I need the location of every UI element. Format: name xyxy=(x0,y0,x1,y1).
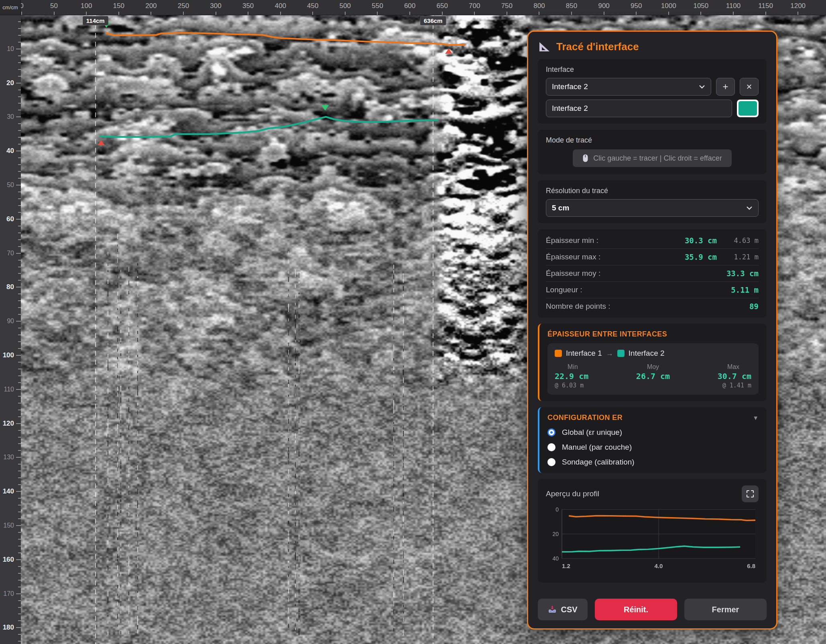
left-ruler-label: 140 xyxy=(3,487,14,495)
fullscreen-icon xyxy=(746,490,754,498)
top-ruler-tick xyxy=(798,12,798,15)
remove-interface-button[interactable]: × xyxy=(740,78,759,96)
stat-value: 30.3 cm xyxy=(685,236,717,245)
resolution-select[interactable]: 5 cm xyxy=(546,199,759,217)
radio-manuel[interactable]: Manuel (par couche) xyxy=(547,443,759,452)
close-button[interactable]: Fermer xyxy=(684,599,767,620)
interface2-legend-swatch xyxy=(617,350,625,357)
left-ruler-tick xyxy=(18,273,21,274)
min-header: Min xyxy=(568,363,578,371)
cursor-badge: 636cm xyxy=(420,16,446,25)
left-ruler-tick xyxy=(18,96,21,97)
left-ruler-tick xyxy=(18,546,21,546)
stat-secondary: 1.21 m xyxy=(717,253,759,261)
left-ruler-label: 180 xyxy=(3,624,14,632)
radio-button[interactable] xyxy=(547,458,555,466)
left-ruler-tick xyxy=(18,137,21,138)
profile-preview-chart: 020401.24.06.8 xyxy=(546,505,759,576)
left-ruler-tick xyxy=(18,55,21,56)
top-ruler-tick xyxy=(668,12,669,15)
left-ruler-tick xyxy=(16,151,21,151)
radio-button[interactable] xyxy=(547,443,555,451)
interface-name-input[interactable] xyxy=(546,100,732,117)
left-ruler-tick xyxy=(18,641,21,642)
left-ruler-tick xyxy=(18,90,21,90)
preview-label: Aperçu du profil xyxy=(546,489,599,498)
radio-global[interactable]: Global (εr unique) xyxy=(547,428,759,437)
chevron-down-icon xyxy=(746,206,753,210)
top-ruler-tick xyxy=(118,12,119,15)
expand-preview-button[interactable] xyxy=(742,485,759,502)
ruler-unit-label: cm/cm xyxy=(0,0,21,15)
min-position: @ 6.03 m xyxy=(555,382,584,389)
top-ruler-tick xyxy=(442,12,443,15)
left-ruler: 1020304050607080901001101201301401501601… xyxy=(0,15,21,644)
left-ruler-tick xyxy=(16,355,21,356)
top-ruler-label: 250 xyxy=(178,2,189,10)
left-ruler-tick xyxy=(18,430,21,431)
interface-color-swatch[interactable] xyxy=(737,100,759,117)
left-ruler-label: 10 xyxy=(7,45,14,53)
top-ruler-tick xyxy=(280,12,281,15)
top-ruler-label: 850 xyxy=(566,2,577,10)
stat-row-min: Épaisseur min : 30.3 cm 4.63 m xyxy=(546,232,759,249)
left-ruler-label: 160 xyxy=(3,556,14,564)
export-csv-button[interactable]: CSV xyxy=(538,599,588,620)
left-ruler-tick xyxy=(16,83,21,84)
app-root: 114cm636cm 05010015020025030035040045050… xyxy=(0,0,826,644)
left-ruler-tick xyxy=(18,416,21,417)
svg-text:4.0: 4.0 xyxy=(655,562,663,569)
left-ruler-label: 170 xyxy=(3,590,14,597)
mode-hint-pill: Clic gauche = tracer | Clic droit = effa… xyxy=(573,149,731,167)
add-interface-button[interactable]: + xyxy=(716,78,735,96)
left-ruler-tick xyxy=(16,559,21,560)
left-ruler-tick xyxy=(18,110,21,110)
set-square-icon xyxy=(539,41,551,52)
cursor-line[interactable] xyxy=(433,15,433,644)
left-ruler-tick xyxy=(16,116,21,117)
moy-value: 26.7 cm xyxy=(636,371,670,381)
top-ruler-label: 1100 xyxy=(726,2,741,10)
thickness-title: ÉPAISSEUR ENTRE INTERFACES xyxy=(547,330,759,338)
left-ruler-label: 80 xyxy=(6,283,14,291)
left-ruler-tick xyxy=(16,49,21,49)
left-ruler-tick xyxy=(18,246,21,247)
left-ruler-tick xyxy=(18,35,21,36)
cursor-line[interactable] xyxy=(95,15,96,644)
left-ruler-tick xyxy=(18,62,21,63)
reset-button[interactable]: Réinit. xyxy=(595,599,677,620)
radio-sondage[interactable]: Sondage (calibration) xyxy=(547,458,759,467)
max-header: Max xyxy=(727,363,739,371)
left-ruler-tick xyxy=(18,334,21,335)
left-ruler-label: 110 xyxy=(4,386,14,393)
interface-select[interactable]: Interface 2 xyxy=(546,78,711,96)
top-ruler-tick xyxy=(216,12,216,15)
left-ruler-tick xyxy=(18,341,21,342)
top-ruler-tick xyxy=(183,12,184,15)
left-ruler-label: 20 xyxy=(6,79,14,87)
collapse-arrow-icon[interactable]: ▼ xyxy=(753,414,759,421)
left-ruler-tick xyxy=(18,443,21,444)
left-ruler-tick xyxy=(18,205,21,206)
left-ruler-tick xyxy=(18,512,21,512)
left-ruler-tick xyxy=(18,518,21,519)
interface-label: Interface xyxy=(546,65,759,74)
top-ruler-label: 500 xyxy=(340,2,351,10)
left-ruler-tick xyxy=(18,164,21,165)
left-ruler-tick xyxy=(18,580,21,581)
mode-section: Mode de tracé Clic gauche = tracer | Cli… xyxy=(538,130,767,174)
left-ruler-label: 40 xyxy=(6,147,14,155)
top-ruler-tick xyxy=(86,12,87,15)
stat-row-moy: Épaisseur moy : 33.3 cm xyxy=(546,265,759,282)
top-ruler-label: 1150 xyxy=(758,2,773,10)
thickness-section: ÉPAISSEUR ENTRE INTERFACES Interface 1 →… xyxy=(538,324,767,401)
resolution-label: Résolution du tracé xyxy=(546,187,759,195)
config-er-section: CONFIGURATION ER ▼ Global (εr unique) Ma… xyxy=(538,407,767,473)
radio-button[interactable] xyxy=(547,428,555,436)
left-ruler-label: 150 xyxy=(3,522,14,529)
preview-section: Aperçu du profil 020401.24.06.8 xyxy=(538,479,767,583)
top-ruler-tick xyxy=(636,12,637,15)
top-ruler-label: 200 xyxy=(145,2,157,10)
left-ruler-tick xyxy=(18,212,21,213)
stat-label: Épaisseur min : xyxy=(546,236,685,245)
